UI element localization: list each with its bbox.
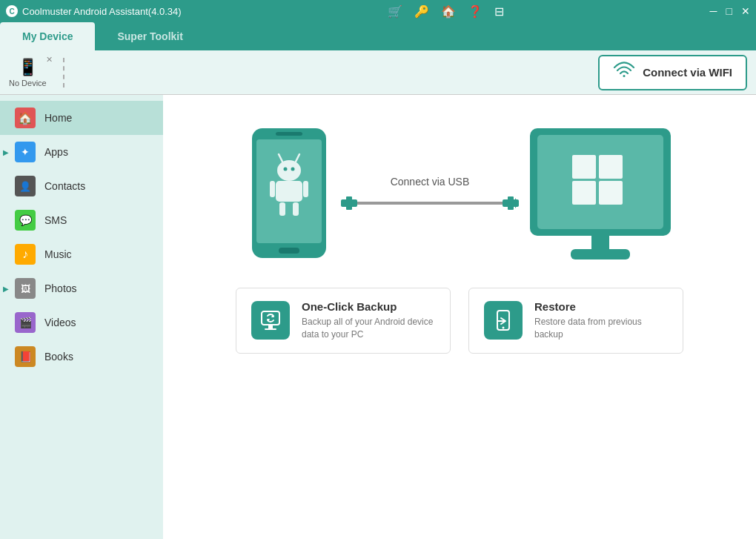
sidebar-item-contacts[interactable]: 👤 Contacts xyxy=(0,169,163,203)
cards-area: One-Click Backup Backup all of your Andr… xyxy=(178,288,741,354)
expand-arrow-photos: ▶ xyxy=(3,285,9,293)
app-icon: C xyxy=(6,5,18,17)
svg-rect-25 xyxy=(599,181,623,205)
sidebar-item-sms[interactable]: 💬 SMS xyxy=(0,203,163,237)
title-bar-left: C Coolmuster Android Assistant(4.0.34) xyxy=(6,5,182,17)
svg-point-32 xyxy=(503,327,505,329)
content-area: Connect via USB xyxy=(163,95,756,539)
videos-icon: 🎬 xyxy=(15,312,36,333)
app-title: Coolmuster Android Assistant(4.0.34) xyxy=(22,6,182,17)
sms-icon: 💬 xyxy=(15,210,36,231)
wifi-icon xyxy=(613,61,635,85)
maximize-button[interactable]: □ xyxy=(726,5,732,17)
title-bar: C Coolmuster Android Assistant(4.0.34) 🛒… xyxy=(0,0,756,22)
device-close-icon[interactable]: ✕ xyxy=(46,55,53,65)
svg-rect-10 xyxy=(270,181,275,197)
photos-icon: 🖼 xyxy=(15,278,36,299)
svg-rect-2 xyxy=(276,132,302,136)
key-icon[interactable]: 🔑 xyxy=(414,4,429,19)
books-icon: 📕 xyxy=(15,346,36,367)
svg-rect-13 xyxy=(293,202,299,216)
apps-icon: ✦ xyxy=(15,142,36,162)
backup-card-desc: Backup all of your Android device data t… xyxy=(302,316,435,341)
toolbar-icons: 🛒 🔑 🏠 ❓ ⊟ xyxy=(388,4,504,19)
backup-card-title: One-Click Backup xyxy=(302,300,435,313)
backup-card[interactable]: One-Click Backup Backup all of your Andr… xyxy=(236,288,451,354)
sidebar-item-home[interactable]: 🏠 Home xyxy=(0,101,163,135)
connection-illustration: Connect via USB xyxy=(178,125,741,265)
backup-card-text: One-Click Backup Backup all of your Andr… xyxy=(302,300,435,341)
svg-point-8 xyxy=(291,168,295,171)
svg-rect-29 xyxy=(268,325,273,328)
sidebar: 🏠 Home ▶ ✦ Apps 👤 Contacts 💬 SMS ♪ Music… xyxy=(0,95,163,539)
device-label: No Device xyxy=(9,79,47,87)
svg-rect-18 xyxy=(508,196,514,210)
svg-point-4 xyxy=(277,160,301,181)
restore-card-icon xyxy=(484,301,523,340)
sidebar-label-contacts: Contacts xyxy=(44,180,85,192)
device-divider xyxy=(63,58,64,87)
sidebar-label-sms: SMS xyxy=(44,214,67,226)
wifi-button-label: Connect via WIFI xyxy=(643,66,732,79)
restore-card[interactable]: Restore Restore data from previous backu… xyxy=(468,288,683,354)
svg-rect-15 xyxy=(346,196,352,210)
sidebar-label-apps: Apps xyxy=(44,146,68,158)
svg-rect-3 xyxy=(279,248,299,254)
sidebar-label-home: Home xyxy=(44,112,72,124)
sidebar-item-apps[interactable]: ▶ ✦ Apps xyxy=(0,135,163,169)
restore-card-text: Restore Restore data from previous backu… xyxy=(534,300,668,341)
usb-cable-graphic xyxy=(341,192,519,214)
connect-wifi-button[interactable]: Connect via WIFI xyxy=(598,55,747,90)
backup-card-icon xyxy=(251,301,290,340)
window-controls: ─ □ ✕ xyxy=(710,5,750,17)
expand-arrow-apps: ▶ xyxy=(3,148,9,156)
home-icon: 🏠 xyxy=(15,108,36,128)
usb-connection: Connect via USB xyxy=(341,176,519,214)
svg-rect-22 xyxy=(572,155,596,179)
svg-point-7 xyxy=(284,168,288,171)
sidebar-item-videos[interactable]: 🎬 Videos xyxy=(0,305,163,340)
sidebar-label-photos: Photos xyxy=(44,282,77,294)
sidebar-item-books[interactable]: 📕 Books xyxy=(0,340,163,374)
restore-card-title: Restore xyxy=(534,300,668,313)
svg-rect-24 xyxy=(572,181,596,205)
sidebar-item-photos[interactable]: ▶ 🖼 Photos xyxy=(0,271,163,305)
tab-bar: My Device Super Toolkit xyxy=(0,22,756,50)
help-icon[interactable]: ❓ xyxy=(468,4,483,19)
close-button[interactable]: ✕ xyxy=(741,5,750,17)
tab-super-toolkit[interactable]: Super Toolkit xyxy=(95,22,205,50)
svg-rect-9 xyxy=(276,181,302,202)
sidebar-label-videos: Videos xyxy=(44,317,76,328)
svg-rect-30 xyxy=(265,328,276,330)
monitor-graphic xyxy=(526,125,674,265)
phone-graphic xyxy=(245,125,334,265)
svg-rect-28 xyxy=(262,311,279,325)
svg-rect-26 xyxy=(591,236,609,251)
music-icon: ♪ xyxy=(15,244,36,265)
contacts-icon: 👤 xyxy=(15,176,36,196)
usb-label: Connect via USB xyxy=(391,176,470,188)
minimize-button[interactable]: ─ xyxy=(710,5,717,17)
main-layout: 🏠 Home ▶ ✦ Apps 👤 Contacts 💬 SMS ♪ Music… xyxy=(0,95,756,539)
sidebar-label-books: Books xyxy=(44,351,73,363)
svg-rect-11 xyxy=(303,181,308,197)
home-icon[interactable]: 🏠 xyxy=(441,4,456,19)
device-bar: 📱 ✕ No Device Connect via WIFI xyxy=(0,50,756,95)
restore-card-desc: Restore data from previous backup xyxy=(534,316,668,341)
device-slot[interactable]: 📱 ✕ No Device xyxy=(9,58,47,87)
tab-my-device[interactable]: My Device xyxy=(0,22,95,50)
sidebar-item-music[interactable]: ♪ Music xyxy=(0,237,163,271)
sidebar-label-music: Music xyxy=(44,248,72,260)
svg-rect-12 xyxy=(279,202,285,216)
settings-icon[interactable]: ⊟ xyxy=(494,4,504,19)
cart-icon[interactable]: 🛒 xyxy=(388,4,402,19)
svg-rect-27 xyxy=(571,249,630,259)
device-phone-icon: 📱 xyxy=(18,58,38,77)
svg-rect-23 xyxy=(599,155,623,179)
